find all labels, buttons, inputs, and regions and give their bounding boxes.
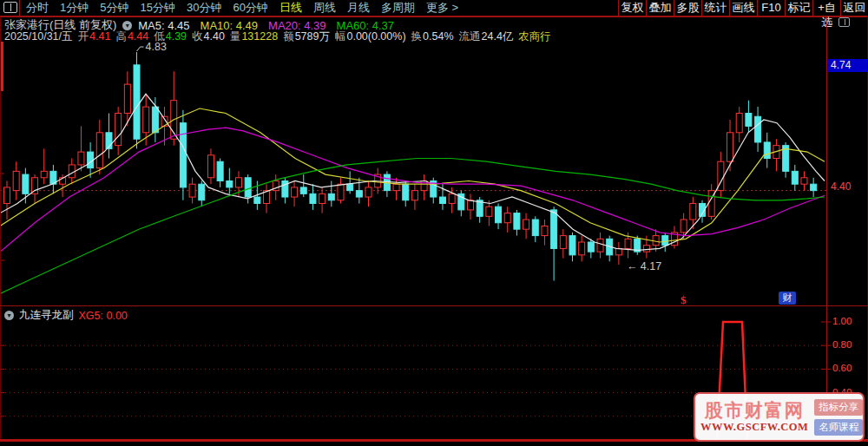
candle-body bbox=[13, 171, 19, 190]
candlestick-chart[interactable]: 4.83← 4.17 bbox=[0, 42, 826, 305]
button-统计[interactable]: 统计 bbox=[701, 0, 729, 16]
candle-body bbox=[365, 187, 372, 197]
button-标记[interactable]: 标记 bbox=[785, 0, 812, 16]
high-price-label: 4.83 bbox=[146, 42, 167, 53]
candle-body bbox=[152, 107, 158, 133]
quote-segment: 24.4亿 bbox=[482, 30, 514, 43]
candle-body bbox=[662, 236, 668, 246]
candle-body bbox=[189, 184, 195, 197]
candle-body bbox=[569, 236, 575, 255]
tab-60分钟[interactable]: 60分钟 bbox=[233, 0, 267, 16]
candle-body bbox=[801, 178, 807, 184]
candle-body bbox=[542, 226, 548, 235]
candle-body bbox=[310, 193, 316, 203]
candle-body bbox=[514, 213, 520, 230]
ma-line-MA60 bbox=[0, 159, 825, 294]
toolbar-divider bbox=[19, 0, 20, 16]
tab-月线[interactable]: 月线 bbox=[347, 0, 370, 16]
indicator-axis-label: 0.60 bbox=[832, 363, 852, 373]
candle-body bbox=[134, 65, 140, 139]
tab-多周期[interactable]: 多周期 bbox=[381, 0, 415, 16]
indicator-title[interactable]: 九连寻龙副 bbox=[19, 308, 74, 323]
candle-body bbox=[319, 193, 326, 203]
ma-line-MA20 bbox=[0, 128, 825, 252]
cai-badge[interactable]: 财 bbox=[779, 292, 796, 305]
toolbar-buttons: 复权叠加多股统计画线F10标记+自选返回 bbox=[618, 0, 868, 16]
candle-body bbox=[328, 193, 334, 200]
candle-body bbox=[180, 123, 186, 187]
candle-body bbox=[393, 184, 399, 190]
tab-日线[interactable]: 日线 bbox=[279, 0, 302, 16]
tab-周线[interactable]: 周线 bbox=[313, 0, 336, 16]
chevron-down-icon[interactable]: ▾ bbox=[4, 311, 14, 320]
tab-1分钟[interactable]: 1分钟 bbox=[60, 0, 89, 16]
quote-segment: 5789万 bbox=[295, 30, 330, 43]
quote-segment: 开 bbox=[78, 30, 89, 43]
watermark-badges: 指标分享名师课程 bbox=[814, 399, 863, 436]
candle-body bbox=[727, 133, 733, 161]
candle-body bbox=[41, 171, 47, 177]
candle-body bbox=[207, 155, 214, 178]
pane-separator bbox=[0, 305, 868, 306]
watermark: 股市财富网 WWW.GSCFW.COM 指标分享名师课程 bbox=[694, 392, 865, 442]
indicator-axis-label: 1.00 bbox=[832, 316, 852, 326]
candle-body bbox=[23, 174, 29, 193]
dollar-marker: $ bbox=[681, 293, 687, 307]
candle-body bbox=[4, 187, 10, 204]
indicator-header: ▾ 九连寻龙副 XG5: 0.00 bbox=[4, 308, 128, 323]
tab-分时[interactable]: 分时 bbox=[26, 0, 49, 16]
quote-segment: 0.00(0.00%) bbox=[346, 30, 405, 43]
candle-body bbox=[300, 187, 306, 193]
candle-body bbox=[560, 236, 566, 249]
watermark-title: 股市财富网 bbox=[705, 400, 805, 421]
candle-body bbox=[496, 207, 502, 223]
candle-body bbox=[486, 207, 492, 216]
candle-body bbox=[245, 178, 251, 197]
candle-body bbox=[236, 178, 242, 187]
candle-body bbox=[746, 114, 752, 127]
tab-15分钟[interactable]: 15分钟 bbox=[140, 0, 174, 16]
candle-body bbox=[523, 220, 529, 229]
candle-body bbox=[625, 239, 631, 248]
layout-icon[interactable] bbox=[838, 17, 850, 27]
candle-body bbox=[69, 165, 75, 178]
quote-segment: 4.39 bbox=[166, 30, 187, 43]
button-多股[interactable]: 多股 bbox=[674, 0, 701, 16]
price-axis-line bbox=[826, 16, 827, 441]
candle-body bbox=[551, 210, 557, 249]
trading-app-window: 分时1分钟5分钟15分钟30分钟60分钟日线周线月线多周期更多 > 复权叠加多股… bbox=[0, 0, 868, 446]
indicator-value: XG5: 0.00 bbox=[79, 310, 128, 322]
button-F10[interactable]: F10 bbox=[757, 0, 785, 16]
candle-body bbox=[755, 116, 761, 142]
quote-segment: 农商行 bbox=[518, 30, 551, 43]
quote-segment: 4.40 bbox=[204, 30, 225, 43]
candle-body bbox=[764, 142, 770, 159]
button-叠加[interactable]: 叠加 bbox=[646, 0, 674, 16]
tab-更多 >[interactable]: 更多 > bbox=[426, 0, 458, 16]
candle-body bbox=[439, 197, 445, 203]
button-复权[interactable]: 复权 bbox=[618, 0, 646, 16]
candle-body bbox=[96, 133, 102, 168]
diamond-icon[interactable]: ◇ bbox=[825, 16, 832, 26]
candle-body bbox=[356, 191, 362, 197]
quote-segment: 4.41 bbox=[89, 30, 110, 43]
button-返回[interactable]: 返回 bbox=[840, 0, 868, 16]
quote-segment: 量 bbox=[230, 30, 241, 43]
candle-body bbox=[532, 220, 538, 236]
chevron-down-icon[interactable]: ▾ bbox=[122, 21, 132, 30]
candle-body bbox=[143, 107, 149, 133]
candle-body bbox=[227, 180, 233, 187]
candle-body bbox=[217, 161, 223, 180]
candle-body bbox=[403, 184, 409, 200]
tab-30分钟[interactable]: 30分钟 bbox=[187, 0, 221, 16]
candle-body bbox=[78, 152, 84, 165]
candle-body bbox=[199, 184, 205, 200]
left-border bbox=[0, 16, 1, 441]
button-画线[interactable]: 画线 bbox=[729, 0, 757, 16]
candle-body bbox=[615, 248, 621, 254]
candle-body bbox=[449, 193, 455, 203]
candle-body bbox=[124, 84, 130, 113]
panel-toggle-icon[interactable] bbox=[3, 2, 17, 13]
tab-5分钟[interactable]: 5分钟 bbox=[100, 0, 128, 16]
button-+自选[interactable]: +自选 bbox=[812, 0, 840, 16]
